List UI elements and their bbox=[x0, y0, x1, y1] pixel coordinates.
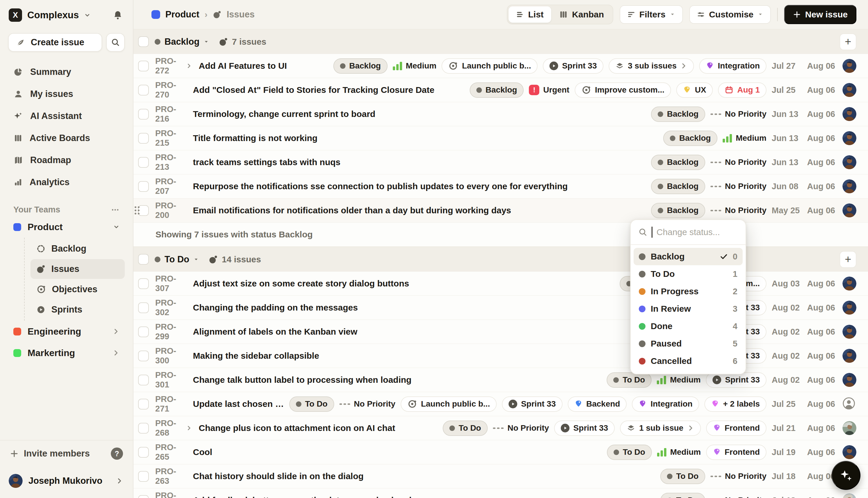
status-option-cancelled[interactable]: Cancelled6 bbox=[633, 352, 743, 370]
assignee-avatar[interactable] bbox=[842, 397, 856, 411]
group-select-checkbox[interactable] bbox=[138, 36, 149, 47]
label-badge[interactable]: Frontend bbox=[706, 445, 766, 460]
breadcrumb-team[interactable]: Product bbox=[165, 9, 199, 20]
issue-checkbox[interactable] bbox=[138, 447, 149, 458]
issue-checkbox[interactable] bbox=[138, 133, 149, 144]
view-tab-kanban[interactable]: Kanban bbox=[551, 6, 612, 23]
issue-checkbox[interactable] bbox=[138, 157, 149, 168]
create-issue-button[interactable]: Create issue bbox=[8, 33, 102, 52]
group-select-checkbox[interactable] bbox=[138, 254, 149, 265]
team-item-product[interactable]: Product bbox=[8, 216, 125, 238]
sidebar-item-backlog[interactable]: Backlog bbox=[30, 239, 125, 259]
priority-medium[interactable]: Medium bbox=[723, 133, 766, 143]
team-item-engineering[interactable]: Engineering bbox=[8, 321, 125, 342]
filters-button[interactable]: Filters bbox=[620, 5, 683, 24]
issue-row[interactable]: PRO-207Repurpose the notifications sse c… bbox=[133, 174, 868, 198]
priority-medium[interactable]: Medium bbox=[393, 61, 437, 70]
assignee-avatar[interactable] bbox=[842, 277, 856, 290]
sprint-badge[interactable]: Sprint 33 bbox=[543, 58, 603, 74]
assignee-avatar[interactable] bbox=[842, 131, 856, 145]
assignee-avatar[interactable] bbox=[842, 107, 856, 121]
status-badge[interactable]: Backlog bbox=[651, 155, 705, 170]
add-issue-button[interactable]: + bbox=[840, 251, 856, 268]
label-badge[interactable]: + 2 labels bbox=[704, 396, 766, 412]
bell-icon[interactable] bbox=[112, 10, 123, 20]
drag-handle-icon[interactable] bbox=[133, 205, 141, 215]
chevron-down-icon[interactable] bbox=[113, 224, 120, 230]
chevron-right-icon[interactable] bbox=[112, 328, 120, 335]
issue-row[interactable]: PRO-271Update last chosen workspace on d… bbox=[133, 392, 868, 416]
search-button[interactable] bbox=[106, 33, 125, 52]
priority-medium[interactable]: Medium bbox=[657, 375, 700, 384]
assignee-avatar[interactable] bbox=[842, 59, 856, 73]
status-option-in-review[interactable]: In Review3 bbox=[633, 300, 743, 317]
status-badge[interactable]: Backlog bbox=[651, 179, 705, 194]
issue-row[interactable]: PRO-216Terminology, change current sprin… bbox=[133, 102, 868, 126]
priority-urgent[interactable]: !Urgent bbox=[529, 85, 569, 95]
status-option-in-progress[interactable]: In Progress2 bbox=[633, 283, 743, 300]
assignee-avatar[interactable] bbox=[842, 155, 856, 169]
group-title[interactable]: Backlog bbox=[155, 37, 209, 47]
label-badge[interactable]: Frontend bbox=[706, 420, 766, 436]
assignee-avatar[interactable] bbox=[842, 493, 856, 498]
sidebar-item-objectives[interactable]: Objectives bbox=[30, 279, 125, 299]
issue-checkbox[interactable] bbox=[138, 399, 149, 409]
status-option-done[interactable]: Done4 bbox=[633, 317, 743, 335]
status-badge[interactable]: To Do bbox=[660, 469, 705, 484]
assignee-avatar[interactable] bbox=[842, 179, 856, 193]
issue-checkbox[interactable] bbox=[138, 61, 149, 71]
issue-checkbox[interactable] bbox=[138, 181, 149, 192]
sprint-badge[interactable]: Sprint 33 bbox=[502, 396, 562, 412]
add-issue-button[interactable]: + bbox=[840, 34, 856, 50]
label-badge[interactable]: Backend bbox=[568, 396, 627, 412]
priority-none[interactable]: No Priority bbox=[493, 423, 549, 433]
issue-row[interactable]: PRO-302Changing the padding on the messa… bbox=[133, 296, 868, 320]
assignee-avatar[interactable] bbox=[842, 204, 856, 218]
issue-row[interactable]: PRO-200Email notifications for notificat… bbox=[133, 198, 868, 223]
ai-assistant-fab[interactable] bbox=[831, 461, 860, 490]
teams-more-icon[interactable] bbox=[111, 206, 120, 214]
assignee-avatar[interactable] bbox=[842, 421, 856, 435]
objective-badge[interactable]: Improve custom... bbox=[575, 82, 671, 98]
status-badge[interactable]: To Do bbox=[660, 493, 705, 498]
objective-badge[interactable]: Launch public b... bbox=[401, 396, 497, 412]
new-issue-button[interactable]: New issue bbox=[784, 5, 856, 24]
issue-row[interactable]: PRO-213track teams settings tabs with nu… bbox=[133, 150, 868, 174]
group-title[interactable]: To Do bbox=[155, 254, 199, 265]
status-option-backlog[interactable]: Backlog0 bbox=[633, 248, 743, 265]
due-date-badge[interactable]: Aug 1 bbox=[718, 82, 766, 98]
sidebar-item-sprints[interactable]: Sprints bbox=[30, 300, 125, 319]
breadcrumb-page[interactable]: Issues bbox=[227, 9, 255, 20]
issue-checkbox[interactable] bbox=[138, 423, 149, 434]
issue-checkbox[interactable] bbox=[138, 85, 149, 95]
status-badge[interactable]: Backlog bbox=[333, 58, 388, 74]
user-menu[interactable]: Joseph Mukorivo bbox=[0, 467, 133, 498]
issue-row[interactable]: PRO-300Making the sidebar collapsibleTo … bbox=[133, 344, 868, 368]
status-badge[interactable]: To Do bbox=[606, 372, 652, 388]
customise-button[interactable]: Customise bbox=[689, 5, 771, 24]
workspace-switcher[interactable]: X Complexus bbox=[0, 0, 133, 30]
sidebar-item-analytics[interactable]: Analytics bbox=[8, 172, 125, 193]
status-badge[interactable]: Backlog bbox=[651, 203, 705, 218]
status-search-field[interactable]: Change status... bbox=[631, 220, 746, 245]
view-tab-list[interactable]: List bbox=[509, 6, 551, 23]
sub-issues-badge[interactable]: 3 sub issues bbox=[609, 58, 694, 74]
issue-row[interactable]: PRO-263Chat history should slide in on t… bbox=[133, 464, 868, 488]
objective-badge[interactable]: Launch public b... bbox=[442, 58, 537, 74]
issue-row[interactable]: PRO-299Alignment of labels on the Kanban… bbox=[133, 320, 868, 344]
assignee-avatar[interactable] bbox=[842, 349, 856, 363]
issue-row[interactable]: PRO-270Add "Closed At" Field to Stories … bbox=[133, 78, 868, 102]
assignee-avatar[interactable] bbox=[842, 445, 856, 459]
priority-medium[interactable]: Medium bbox=[657, 447, 701, 457]
status-badge[interactable]: To Do bbox=[289, 396, 334, 412]
sprint-badge[interactable]: Sprint 33 bbox=[554, 420, 615, 436]
team-item-markerting[interactable]: Markerting bbox=[8, 342, 125, 364]
help-icon[interactable]: ? bbox=[111, 447, 123, 460]
sidebar-item-active-boards[interactable]: Active Boards bbox=[8, 128, 125, 148]
label-badge[interactable]: UX bbox=[676, 82, 713, 98]
expand-chevron-icon[interactable] bbox=[186, 425, 192, 431]
sidebar-item-ai-assistant[interactable]: AI Assistant bbox=[8, 106, 125, 127]
sidebar-item-my-issues[interactable]: My issues bbox=[8, 83, 125, 104]
status-badge[interactable]: To Do bbox=[607, 445, 652, 460]
status-option-to-do[interactable]: To Do1 bbox=[633, 265, 743, 283]
